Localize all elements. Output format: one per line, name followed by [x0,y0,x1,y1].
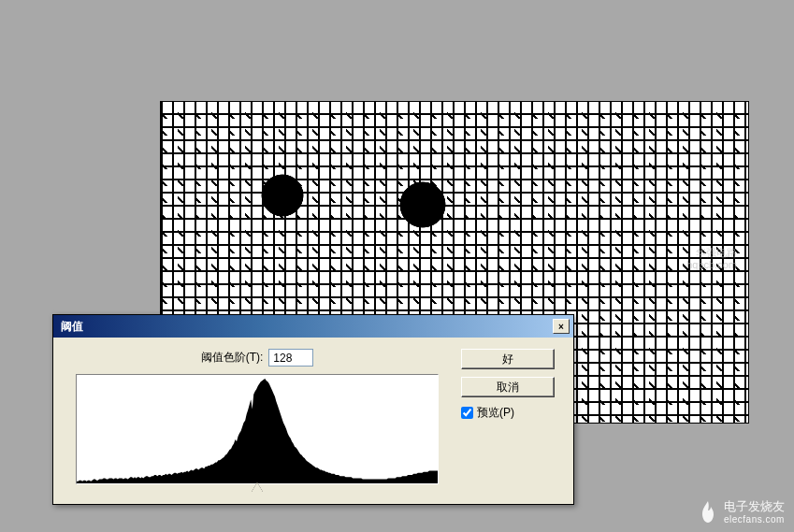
histogram-chart [77,375,438,483]
preview-label: 预览(P) [477,405,514,421]
dialog-body: 阈值色阶(T): 好 取消 预览(P) [53,338,573,507]
slider-thumb-icon[interactable] [252,482,263,492]
watermark-hq-line2: hqpcb.com [686,259,737,271]
flame-icon [698,500,718,525]
watermark-elecfans: 电子发烧友 elecfans.com [698,500,785,525]
dialog-left-column: 阈值色阶(T): [66,347,448,497]
dialog-title: 阈值 [61,319,83,335]
watermark-hq-line1: 华强电路 [686,247,737,259]
threshold-label: 阈值色阶(T): [201,350,264,366]
threshold-dialog: 阈值 × 阈值色阶(T): 好 取消 预览(P) [52,314,574,505]
watermark-dz-sub: elecfans.com [724,514,785,525]
histogram [76,374,439,484]
watermark-hqpcb: 华强电路 hqpcb.com [686,247,737,271]
close-button[interactable]: × [553,319,570,334]
threshold-input[interactable] [268,349,313,367]
threshold-field-row: 阈值色阶(T): [66,349,448,367]
watermark-dz-main: 电子发烧友 [724,500,785,513]
close-icon: × [558,322,564,332]
preview-checkbox[interactable] [461,407,473,419]
cancel-button[interactable]: 取消 [461,377,555,397]
preview-checkbox-row[interactable]: 预览(P) [461,405,560,421]
dialog-titlebar[interactable]: 阈值 × [53,315,573,338]
dialog-right-column: 好 取消 预览(P) [448,347,560,497]
threshold-slider[interactable] [76,484,439,497]
ok-button[interactable]: 好 [461,349,555,369]
